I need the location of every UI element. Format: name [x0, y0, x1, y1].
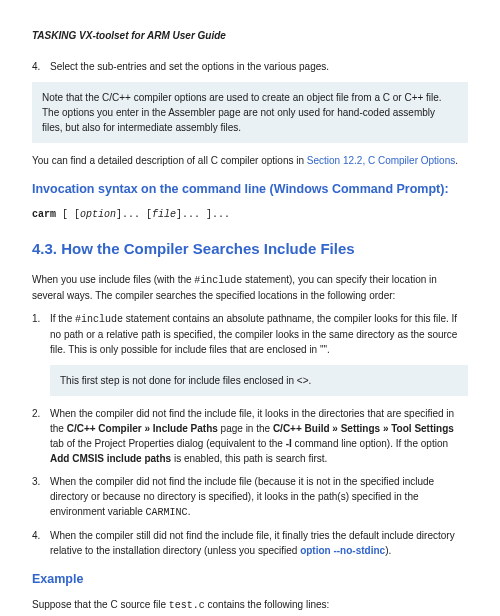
item-text: When the compiler did not find the inclu…	[50, 474, 468, 520]
inline-code: CARMINC	[146, 507, 188, 518]
item-number: 3.	[32, 474, 50, 520]
text: page in the	[218, 423, 273, 434]
text: tab of the Project Properties dialog (eq…	[50, 438, 286, 449]
para-intro: When you use include files (with the #in…	[32, 272, 468, 303]
inline-code: test.c	[169, 600, 205, 611]
ui-path: C/C++ Build » Settings » Tool Settings	[273, 423, 454, 434]
link-option-no-stdinc[interactable]: option --no-stdinc	[300, 545, 385, 556]
option-label: Add CMSIS include paths	[50, 453, 171, 464]
para-example-intro: Suppose that the C source file test.c co…	[32, 597, 468, 613]
item-text: When the compiler did not find the inclu…	[50, 406, 468, 466]
text: Suppose that the C source file	[32, 599, 169, 610]
item-text: When the compiler still did not find the…	[50, 528, 468, 558]
step-number: 4.	[32, 59, 50, 74]
text: You can find a detailed description of a…	[32, 155, 307, 166]
ui-path: C/C++ Compiler » Include Paths	[67, 423, 218, 434]
text: .	[188, 506, 191, 517]
step-text: Select the sub-entries and set the optio…	[50, 59, 468, 74]
note-compiler-options: Note that the C/C++ compiler options are…	[32, 82, 468, 143]
item-number: 1.	[32, 311, 50, 357]
list-item-4: 4. When the compiler still did not find …	[32, 528, 468, 558]
text: When the compiler did not find the inclu…	[50, 476, 434, 517]
inline-code: #include	[75, 314, 123, 325]
item-number: 4.	[32, 528, 50, 558]
code-invocation: carm [ [option]... [file]... ]...	[32, 207, 468, 222]
heading-example: Example	[32, 570, 468, 589]
step-4: 4. Select the sub-entries and set the op…	[32, 59, 468, 74]
heading-invocation-syntax: Invocation syntax on the command line (W…	[32, 180, 468, 199]
link-section-12-2[interactable]: Section 12.2, C Compiler Options	[307, 155, 455, 166]
text: When the compiler still did not find the…	[50, 530, 455, 556]
text: ]... ]...	[176, 209, 230, 220]
inline-code: #include	[194, 275, 242, 286]
placeholder-file: file	[152, 209, 176, 220]
text: ]... [	[116, 209, 152, 220]
text: command line option). If the option	[292, 438, 448, 449]
cmd-name: carm	[32, 209, 56, 220]
text: is enabled, this path is search first.	[171, 453, 327, 464]
heading-section-4-3: 4.3. How the Compiler Searches Include F…	[32, 238, 468, 261]
text: .	[455, 155, 458, 166]
item-number: 2.	[32, 406, 50, 466]
text: If the	[50, 313, 75, 324]
list-item-3: 3. When the compiler did not find the in…	[32, 474, 468, 520]
page-title: TASKING VX-toolset for ARM User Guide	[32, 28, 468, 43]
para-detailed-desc: You can find a detailed description of a…	[32, 153, 468, 168]
placeholder-option: option	[80, 209, 116, 220]
item-text: If the #include statement contains an ab…	[50, 311, 468, 357]
text: contains the following lines:	[205, 599, 330, 610]
text: When you use include files (with the	[32, 274, 194, 285]
list-item-2: 2. When the compiler did not find the in…	[32, 406, 468, 466]
text: [ [	[56, 209, 80, 220]
list-item-1: 1. If the #include statement contains an…	[32, 311, 468, 357]
note-first-step: This first step is not done for include …	[50, 365, 468, 396]
text: ).	[385, 545, 391, 556]
